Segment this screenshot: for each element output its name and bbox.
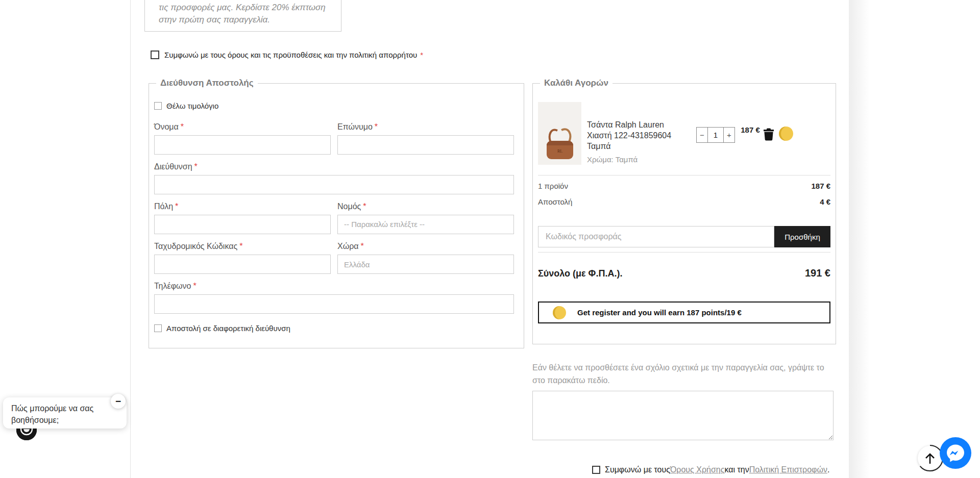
product-title[interactable]: Τσάντα Ralph Lauren Χιαστή 122-431859604… — [587, 119, 690, 152]
content-right-shadow — [849, 0, 873, 478]
plus-icon: + — [727, 131, 731, 139]
shipping-address-legend: Διεύθυνση Αποστολής — [156, 78, 258, 88]
remove-item-button[interactable] — [763, 128, 774, 165]
order-comment-textarea[interactable] — [532, 391, 834, 440]
quantity-increase-button[interactable]: + — [724, 128, 734, 142]
messenger-button[interactable] — [940, 437, 971, 469]
summary-shipping-value: 4 € — [820, 197, 830, 206]
cart-item-row: RL Τσάντα Ralph Lauren Χιαστή 122-431859… — [538, 102, 830, 165]
newsletter-offer-text-line2: στην πρώτη σας παραγγελία. — [159, 14, 341, 26]
cart-section: Καλάθι Αγορών RL Τσάντα Ralph Lauren Χια… — [532, 78, 836, 344]
terms-of-use-link[interactable]: Όρους Χρήσης — [670, 465, 724, 474]
different-address-row: Αποστολή σε διαφορετική διεύθυνση — [154, 324, 519, 333]
messenger-icon — [940, 437, 971, 469]
minimize-icon: − — [115, 396, 121, 406]
country-label: Χώρα* — [337, 241, 514, 251]
product-color: Χρώμα: Ταμπά — [587, 155, 690, 164]
country-field[interactable] — [337, 255, 514, 274]
invoice-checkbox-label: Θέλω τιμολόγιο — [166, 102, 218, 110]
minus-icon: − — [700, 131, 704, 139]
phone-field[interactable] — [154, 294, 514, 314]
chat-message-text: Πώς μπορούμε να σας βοηθήσουμε; — [11, 402, 102, 426]
privacy-terms-row: Συμφωνώ με τους όρους και τις προϋποθέσε… — [151, 51, 423, 59]
promo-code-input[interactable] — [538, 226, 774, 247]
summary-items-value: 187 € — [811, 182, 830, 190]
cart-legend: Καλάθι Αγορών — [540, 78, 612, 88]
promo-add-button[interactable]: Προσθήκη — [774, 226, 830, 247]
quantity-stepper: − 1 + — [696, 127, 735, 143]
required-asterisk: * — [181, 122, 184, 131]
first-name-field[interactable] — [154, 135, 331, 155]
chat-message-bubble[interactable]: Πώς μπορούμε να σας βοηθήσουμε; — [3, 397, 127, 429]
checkout-page: τις προσφορές μας. Κερδίστε 20% έκπτωση … — [0, 0, 980, 478]
points-banner: Get register and you will earn 187 point… — [538, 301, 830, 323]
invoice-checkbox[interactable] — [154, 102, 162, 110]
summary-shipping-label: Αποστολή — [538, 197, 572, 206]
summary-items-label: 1 προϊόν — [538, 182, 568, 190]
newsletter-offer-text-line1: τις προσφορές μας. Κερδίστε 20% έκπτωση — [159, 2, 341, 14]
chat-minimize-button[interactable]: − — [111, 394, 126, 409]
order-comment-note: Εάν θέλετε να προσθέσετε ένα σχόλιο σχετ… — [532, 361, 831, 387]
required-asterisk: * — [175, 202, 178, 211]
product-image[interactable]: RL — [538, 102, 581, 165]
required-asterisk: * — [194, 162, 198, 171]
required-asterisk: * — [193, 282, 196, 290]
returns-policy-link[interactable]: Πολιτική Επιστροφών — [749, 465, 827, 474]
required-asterisk: * — [363, 202, 366, 211]
total-label: Σύνολο (με Φ.Π.Α.). — [538, 268, 622, 279]
shipping-address-section: Διεύθυνση Αποστολής Θέλω τιμολόγιο Όνομα… — [149, 78, 524, 348]
city-field[interactable] — [154, 215, 331, 234]
region-select[interactable]: -- Παρακαλώ επιλέξτε -- — [337, 215, 514, 234]
invoice-checkbox-row: Θέλω τιμολόγιο — [154, 102, 519, 110]
content-left-border — [130, 0, 131, 478]
summary-row-shipping: Αποστολή 4 € — [538, 197, 830, 206]
usage-terms-prefix: Συμφωνώ με τους — [605, 465, 670, 474]
loyalty-coin-icon[interactable] — [779, 127, 793, 141]
summary-row-items: 1 προϊόν 187 € — [538, 182, 830, 190]
usage-terms-checkbox[interactable] — [592, 466, 600, 474]
required-asterisk: * — [239, 242, 242, 250]
required-asterisk: * — [375, 122, 378, 131]
last-name-label: Επώνυμο* — [337, 122, 514, 132]
different-address-label: Αποστολή σε διαφορετική διεύθυνση — [166, 324, 290, 333]
postal-code-field[interactable] — [154, 255, 331, 274]
city-label: Πόλη* — [154, 202, 331, 211]
coin-icon — [553, 306, 566, 319]
cart-divider — [538, 252, 830, 253]
svg-text:RL: RL — [557, 149, 562, 154]
quantity-value[interactable]: 1 — [707, 128, 724, 142]
usage-terms-row: Συμφωνώ με τους Όρους Χρήσης και την Πολ… — [592, 465, 829, 474]
privacy-terms-checkbox[interactable] — [151, 51, 159, 59]
region-label: Νομός* — [337, 202, 514, 211]
last-name-field[interactable] — [337, 135, 514, 155]
usage-terms-suffix: . — [827, 465, 829, 474]
privacy-terms-label: Συμφωνώ με τους όρους και τις προϋποθέσε… — [164, 51, 417, 59]
required-asterisk: * — [361, 242, 364, 250]
item-price: 187 € — [741, 125, 760, 165]
first-name-label: Όνομα* — [154, 122, 331, 132]
bag-illustration: RL — [538, 102, 581, 165]
address-field[interactable] — [154, 175, 514, 194]
points-banner-text: Get register and you will earn 187 point… — [577, 308, 742, 317]
quantity-decrease-button[interactable]: − — [697, 128, 707, 142]
total-row: Σύνολο (με Φ.Π.Α.). 191 € — [538, 267, 830, 279]
address-label: Διεύθυνση* — [154, 162, 514, 171]
promo-code-row: Προσθήκη — [538, 226, 830, 247]
postal-code-label: Ταχυδρομικός Κώδικας* — [154, 241, 331, 251]
usage-terms-middle: και την — [724, 465, 749, 474]
total-value: 191 € — [805, 267, 830, 279]
cart-divider — [538, 175, 830, 175]
phone-label: Τηλέφωνο* — [154, 281, 514, 291]
different-address-checkbox[interactable] — [154, 324, 162, 332]
trash-icon — [763, 128, 774, 141]
required-asterisk: * — [420, 51, 423, 59]
newsletter-offer-box: τις προσφορές μας. Κερδίστε 20% έκπτωση … — [144, 0, 341, 32]
